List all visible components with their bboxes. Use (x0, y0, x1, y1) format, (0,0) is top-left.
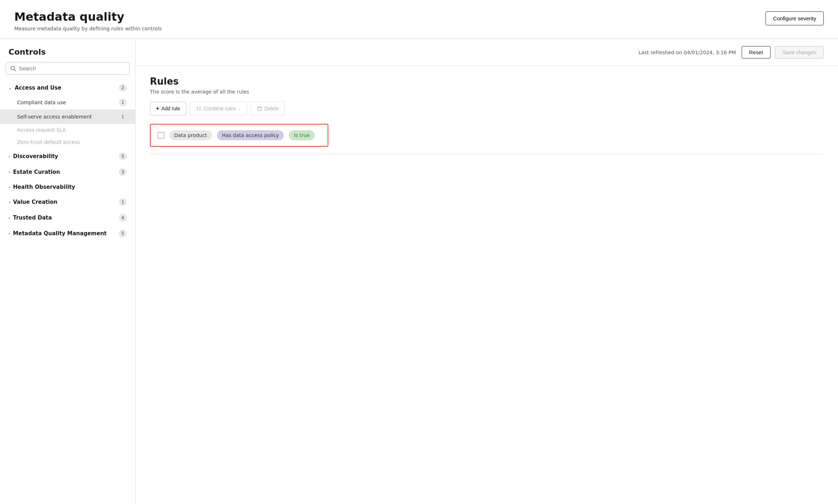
nav-group-label: Estate Curation (13, 169, 60, 175)
nav-section-value-creation: › Value Creation 1 (0, 195, 135, 210)
nav-group-access-use[interactable]: ⌄ Access and Use 2 (0, 80, 135, 95)
svg-line-1 (14, 69, 16, 71)
add-rule-label: Add rule (161, 106, 180, 111)
nav-group-estate-curation[interactable]: › Estate Curation 3 (0, 165, 135, 180)
chevron-right-icon: › (9, 170, 10, 175)
nav-group-badge: 2 (119, 84, 127, 92)
rule-tag-has-data-access-policy[interactable]: Has data access policy (217, 130, 284, 140)
search-box[interactable] (6, 62, 130, 75)
chevron-right-icon: › (9, 154, 10, 159)
nav-group-label: Discoverability (13, 153, 58, 160)
nav-group-badge: 5 (119, 152, 127, 160)
chevron-right-icon: › (9, 185, 10, 190)
nav-group-trusted-data[interactable]: › Trusted Data 4 (0, 210, 135, 225)
combine-rules-label: Combine rules (204, 106, 236, 111)
nav-child-self-serve-access[interactable]: Self-serve access enablement 1 (0, 110, 135, 124)
nav-child-badge: 1 (119, 99, 127, 106)
save-changes-button[interactable]: Save changes (775, 46, 824, 59)
rules-title: Rules (150, 76, 824, 87)
chevron-down-icon: ⌄ (238, 107, 241, 111)
chevron-right-icon: › (9, 200, 10, 205)
nav-section-access-use: ⌄ Access and Use 2 Compliant data use 1 … (0, 80, 135, 148)
combine-rules-button[interactable]: Combine rules ⌄ (190, 102, 247, 115)
nav-group-label: Trusted Data (13, 215, 52, 221)
nav-group-badge: 1 (119, 198, 127, 206)
nav-child-label: Zero-trust default access (17, 139, 80, 145)
rules-subtitle: The score is the average of all the rule… (150, 89, 824, 95)
nav-group-label: Access and Use (15, 85, 61, 91)
nav-section-discoverability: › Discoverability 5 (0, 149, 135, 164)
page-subtitle: Measure metadata quality by defining rul… (14, 26, 162, 31)
page-header: Metadata quality Measure metadata qualit… (0, 0, 838, 39)
nav-section-estate-curation: › Estate Curation 3 (0, 165, 135, 180)
page-header-left: Metadata quality Measure metadata qualit… (14, 10, 162, 31)
nav-child-access-request-sla: Access request SLA (0, 124, 135, 136)
nav-group-badge: 5 (119, 230, 127, 237)
main-layout: Controls ⌄ Access and Use 2 (0, 39, 838, 504)
svg-rect-2 (258, 107, 261, 111)
nav-group-discoverability[interactable]: › Discoverability 5 (0, 149, 135, 164)
delete-button[interactable]: Delete (251, 102, 285, 115)
rule-tag-data-product[interactable]: Data product (169, 130, 212, 140)
sidebar-title: Controls (0, 47, 135, 62)
configure-severity-button[interactable]: Configure severity (766, 11, 824, 25)
nav-group-badge: 4 (119, 214, 127, 222)
trash-icon (257, 106, 262, 111)
chevron-right-icon: › (9, 231, 10, 236)
sidebar: Controls ⌄ Access and Use 2 (0, 39, 136, 504)
plus-icon: + (156, 105, 159, 112)
delete-label: Delete (264, 106, 279, 111)
nav-group-value-creation[interactable]: › Value Creation 1 (0, 195, 135, 210)
nav-child-zero-trust-default-access: Zero-trust default access (0, 136, 135, 148)
page-wrapper: Metadata quality Measure metadata qualit… (0, 0, 838, 504)
rule-tag-is-true[interactable]: Is true (289, 130, 315, 140)
nav-group-label: Health Observability (13, 184, 75, 190)
nav-child-label: Compliant data use (17, 100, 66, 105)
reset-button[interactable]: Reset (742, 46, 771, 59)
search-icon (10, 66, 16, 71)
search-input[interactable] (19, 65, 125, 71)
rule-area: Data product Has data access policy Is t… (150, 124, 824, 154)
nav-child-label: Self-serve access enablement (17, 114, 92, 120)
rules-actions: + Add rule Combine rules ⌄ (150, 102, 824, 115)
nav-child-badge: 1 (119, 113, 127, 121)
refresh-timestamp: Last refreshed on 04/01/2024, 3:16 PM (638, 50, 736, 55)
nav-child-label: Access request SLA (17, 127, 66, 133)
combine-icon (196, 106, 202, 111)
nav-group-badge: 3 (119, 168, 127, 176)
rule-row: Data product Has data access policy Is t… (150, 124, 328, 147)
add-rule-button[interactable]: + Add rule (150, 102, 186, 115)
nav-section-metadata-quality-management: › Metadata Quality Management 5 (0, 226, 135, 241)
rules-section: Rules The score is the average of all th… (136, 66, 838, 164)
nav-section-trusted-data: › Trusted Data 4 (0, 210, 135, 225)
nav-group-health-observability[interactable]: › Health Observability (0, 180, 135, 194)
page-title: Metadata quality (14, 10, 162, 24)
nav-section-health-observability: › Health Observability (0, 180, 135, 194)
content-toolbar: Last refreshed on 04/01/2024, 3:16 PM Re… (136, 39, 838, 66)
main-content: Last refreshed on 04/01/2024, 3:16 PM Re… (136, 39, 838, 504)
chevron-down-icon: ⌄ (9, 86, 12, 90)
nav-group-label: Value Creation (13, 199, 57, 205)
chevron-right-icon: › (9, 216, 10, 220)
nav-group-label: Metadata Quality Management (13, 230, 107, 237)
nav-child-compliant-data-use[interactable]: Compliant data use 1 (0, 95, 135, 110)
nav-group-metadata-quality-management[interactable]: › Metadata Quality Management 5 (0, 226, 135, 241)
rule-checkbox[interactable] (158, 132, 164, 138)
